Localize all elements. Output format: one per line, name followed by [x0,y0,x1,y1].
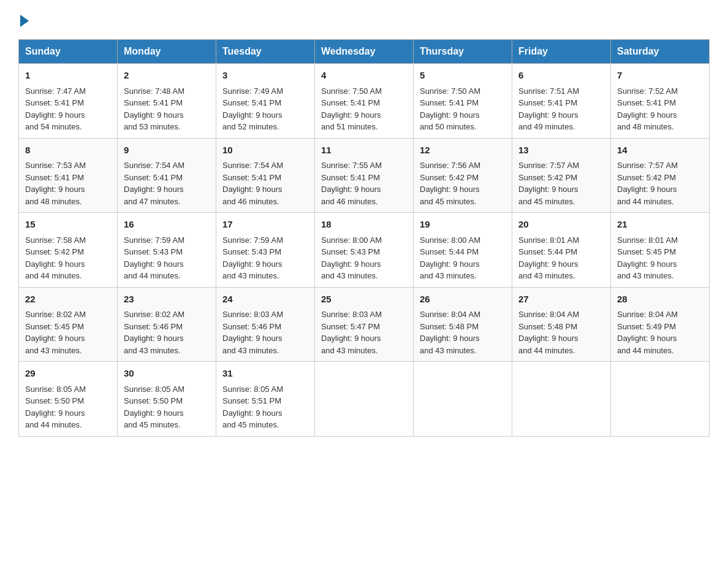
calendar-cell: 9Sunrise: 7:54 AMSunset: 5:41 PMDaylight… [118,138,216,213]
day-number: 10 [222,144,308,158]
calendar-cell: 25Sunrise: 8:03 AMSunset: 5:47 PMDayligh… [315,287,414,362]
day-info: Sunrise: 7:57 AMSunset: 5:42 PMDaylight:… [617,161,678,206]
calendar-header-saturday: Saturday [611,40,710,64]
calendar-cell: 21Sunrise: 8:01 AMSunset: 5:45 PMDayligh… [611,213,710,288]
day-number: 12 [420,144,506,158]
calendar-cell: 17Sunrise: 7:59 AMSunset: 5:43 PMDayligh… [216,213,315,288]
calendar-cell: 5Sunrise: 7:50 AMSunset: 5:41 PMDaylight… [414,64,512,139]
calendar-cell: 27Sunrise: 8:04 AMSunset: 5:48 PMDayligh… [512,287,611,362]
day-info: Sunrise: 7:50 AMSunset: 5:41 PMDaylight:… [420,86,480,132]
calendar-cell: 6Sunrise: 7:51 AMSunset: 5:41 PMDaylight… [512,64,611,139]
calendar-cell: 29Sunrise: 8:05 AMSunset: 5:50 PMDayligh… [19,362,118,437]
calendar-cell: 13Sunrise: 7:57 AMSunset: 5:42 PMDayligh… [512,138,611,213]
calendar-cell: 30Sunrise: 8:05 AMSunset: 5:50 PMDayligh… [118,362,216,437]
day-info: Sunrise: 8:01 AMSunset: 5:45 PMDaylight:… [617,236,678,281]
calendar-week-row: 29Sunrise: 8:05 AMSunset: 5:50 PMDayligh… [19,362,710,437]
day-info: Sunrise: 8:00 AMSunset: 5:44 PMDaylight:… [420,236,480,281]
day-number: 16 [124,218,210,232]
calendar-cell [414,362,512,437]
calendar-cell: 22Sunrise: 8:02 AMSunset: 5:45 PMDayligh… [19,287,118,362]
day-number: 30 [124,367,210,381]
day-number: 5 [420,69,506,83]
day-info: Sunrise: 8:05 AMSunset: 5:50 PMDaylight:… [25,385,86,430]
day-info: Sunrise: 7:47 AMSunset: 5:41 PMDaylight:… [25,86,86,132]
calendar-cell [611,362,710,437]
day-info: Sunrise: 8:04 AMSunset: 5:48 PMDaylight:… [518,310,579,355]
day-info: Sunrise: 7:56 AMSunset: 5:42 PMDaylight:… [420,161,480,206]
calendar-cell: 23Sunrise: 8:02 AMSunset: 5:46 PMDayligh… [118,287,216,362]
calendar-week-row: 8Sunrise: 7:53 AMSunset: 5:41 PMDaylight… [19,138,710,213]
day-number: 14 [617,144,703,158]
day-info: Sunrise: 7:54 AMSunset: 5:41 PMDaylight:… [124,161,184,206]
calendar-header-monday: Monday [118,40,216,64]
calendar-cell: 19Sunrise: 8:00 AMSunset: 5:44 PMDayligh… [414,213,512,288]
page-header [18,12,710,27]
day-info: Sunrise: 7:55 AMSunset: 5:41 PMDaylight:… [321,161,382,206]
calendar-cell: 15Sunrise: 7:58 AMSunset: 5:42 PMDayligh… [19,213,118,288]
day-info: Sunrise: 7:50 AMSunset: 5:41 PMDaylight:… [321,86,382,132]
day-number: 11 [321,144,407,158]
calendar-cell: 11Sunrise: 7:55 AMSunset: 5:41 PMDayligh… [315,138,414,213]
day-number: 2 [124,69,210,83]
day-number: 7 [617,69,703,83]
calendar-cell: 16Sunrise: 7:59 AMSunset: 5:43 PMDayligh… [118,213,216,288]
day-info: Sunrise: 8:03 AMSunset: 5:46 PMDaylight:… [222,310,283,355]
calendar-week-row: 22Sunrise: 8:02 AMSunset: 5:45 PMDayligh… [19,287,710,362]
calendar-header-sunday: Sunday [19,40,118,64]
calendar-cell: 3Sunrise: 7:49 AMSunset: 5:41 PMDaylight… [216,64,315,139]
calendar-cell: 20Sunrise: 8:01 AMSunset: 5:44 PMDayligh… [512,213,611,288]
day-number: 23 [124,293,210,307]
calendar-cell: 28Sunrise: 8:04 AMSunset: 5:49 PMDayligh… [611,287,710,362]
day-info: Sunrise: 7:59 AMSunset: 5:43 PMDaylight:… [124,236,184,281]
day-info: Sunrise: 8:02 AMSunset: 5:46 PMDaylight:… [124,310,184,355]
day-number: 27 [518,293,604,307]
day-number: 15 [25,218,111,232]
day-number: 22 [25,293,111,307]
calendar-cell: 26Sunrise: 8:04 AMSunset: 5:48 PMDayligh… [414,287,512,362]
calendar-week-row: 1Sunrise: 7:47 AMSunset: 5:41 PMDaylight… [19,64,710,139]
calendar-cell: 1Sunrise: 7:47 AMSunset: 5:41 PMDaylight… [19,64,118,139]
day-info: Sunrise: 8:04 AMSunset: 5:48 PMDaylight:… [420,310,480,355]
day-number: 31 [222,367,308,381]
calendar-cell: 7Sunrise: 7:52 AMSunset: 5:41 PMDaylight… [611,64,710,139]
day-number: 13 [518,144,604,158]
day-number: 9 [124,144,210,158]
day-info: Sunrise: 7:57 AMSunset: 5:42 PMDaylight:… [518,161,579,206]
day-number: 1 [25,69,111,83]
day-number: 3 [222,69,308,83]
day-number: 19 [420,218,506,232]
calendar-header-thursday: Thursday [414,40,512,64]
day-number: 20 [518,218,604,232]
day-info: Sunrise: 7:59 AMSunset: 5:43 PMDaylight:… [222,236,283,281]
calendar-cell: 8Sunrise: 7:53 AMSunset: 5:41 PMDaylight… [19,138,118,213]
calendar-cell [315,362,414,437]
day-number: 18 [321,218,407,232]
calendar-week-row: 15Sunrise: 7:58 AMSunset: 5:42 PMDayligh… [19,213,710,288]
day-info: Sunrise: 8:05 AMSunset: 5:50 PMDaylight:… [124,385,184,430]
calendar-cell: 10Sunrise: 7:54 AMSunset: 5:41 PMDayligh… [216,138,315,213]
day-number: 4 [321,69,407,83]
day-info: Sunrise: 8:00 AMSunset: 5:43 PMDaylight:… [321,236,382,281]
calendar-table: SundayMondayTuesdayWednesdayThursdayFrid… [18,39,710,437]
day-number: 25 [321,293,407,307]
day-info: Sunrise: 8:03 AMSunset: 5:47 PMDaylight:… [321,310,382,355]
day-info: Sunrise: 7:58 AMSunset: 5:42 PMDaylight:… [25,236,86,281]
day-number: 24 [222,293,308,307]
calendar-header-tuesday: Tuesday [216,40,315,64]
day-number: 29 [25,367,111,381]
day-info: Sunrise: 7:53 AMSunset: 5:41 PMDaylight:… [25,161,86,206]
calendar-cell: 4Sunrise: 7:50 AMSunset: 5:41 PMDaylight… [315,64,414,139]
day-info: Sunrise: 7:51 AMSunset: 5:41 PMDaylight:… [518,86,579,132]
calendar-cell: 14Sunrise: 7:57 AMSunset: 5:42 PMDayligh… [611,138,710,213]
day-info: Sunrise: 8:04 AMSunset: 5:49 PMDaylight:… [617,310,678,355]
day-info: Sunrise: 7:48 AMSunset: 5:41 PMDaylight:… [124,86,184,132]
calendar-header-wednesday: Wednesday [315,40,414,64]
calendar-cell: 18Sunrise: 8:00 AMSunset: 5:43 PMDayligh… [315,213,414,288]
day-number: 21 [617,218,703,232]
calendar-cell: 24Sunrise: 8:03 AMSunset: 5:46 PMDayligh… [216,287,315,362]
day-number: 6 [518,69,604,83]
day-info: Sunrise: 7:54 AMSunset: 5:41 PMDaylight:… [222,161,283,206]
calendar-cell: 12Sunrise: 7:56 AMSunset: 5:42 PMDayligh… [414,138,512,213]
calendar-header-friday: Friday [512,40,611,64]
day-number: 17 [222,218,308,232]
